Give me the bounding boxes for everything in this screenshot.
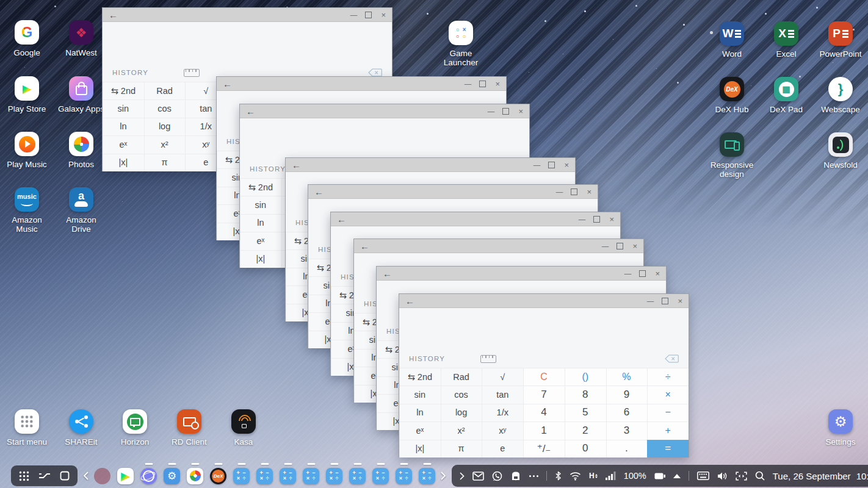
maximize-button[interactable] [502,108,509,115]
minimize-button[interactable]: – [350,10,358,20]
key-abs[interactable]: |x| [240,250,281,268]
window-titlebar[interactable]: ←–× [354,239,643,253]
taskbar-app-calculator[interactable]: + −× ÷ [396,468,412,484]
key-divide[interactable]: ÷ [647,368,689,386]
minimize-button[interactable]: – [647,296,654,306]
window-titlebar[interactable]: ←–× [308,185,598,199]
minimize-button[interactable]: – [465,79,472,88]
maximize-button[interactable] [479,81,486,87]
close-button[interactable]: × [564,160,569,170]
key-6[interactable]: 6 [606,404,648,422]
key-subtract[interactable]: − [647,404,689,422]
key-log[interactable]: log [441,404,482,422]
window-titlebar[interactable]: ←–× [286,158,575,172]
search-icon[interactable] [755,471,765,481]
unit-converter-icon[interactable] [480,355,496,363]
volume-icon[interactable] [717,472,728,481]
screen-capture-icon[interactable] [736,472,747,481]
taskbar-app-calculator[interactable]: + −× ÷ [419,468,435,484]
key-sin[interactable]: sin [103,99,144,117]
close-button[interactable]: × [587,187,591,196]
close-button[interactable]: × [655,269,660,278]
taskbar-app-calculator[interactable]: + −× ÷ [280,468,296,484]
key-9[interactable]: 9 [606,386,648,403]
window-titlebar[interactable]: ←–× [399,294,689,308]
back-icon[interactable]: ← [405,296,414,306]
taskbar-app-calculator[interactable]: + −× ÷ [233,468,250,484]
maximize-button[interactable] [365,12,372,18]
key-abs[interactable]: |x| [399,440,441,458]
minimize-button[interactable]: – [488,107,495,116]
key-exp[interactable]: eˣ [240,232,281,249]
backspace-icon[interactable] [665,354,679,363]
history-button[interactable]: HISTORY [250,165,286,173]
maximize-button[interactable] [548,162,555,168]
key-sin[interactable]: sin [240,196,281,214]
chevron-right-icon[interactable] [441,472,446,480]
close-button[interactable]: × [632,242,637,251]
key-exp[interactable]: eˣ [399,422,441,439]
maximize-button[interactable] [662,298,668,304]
taskbar-app-play-store[interactable]: ▶ [117,468,134,484]
key-pi[interactable]: π [441,440,482,458]
key-power[interactable]: xʸ [482,422,523,439]
key-ln[interactable]: ln [399,404,441,422]
taskbar-app-internet[interactable] [140,468,157,484]
taskbar-app-calculator[interactable]: + −× ÷ [256,468,273,484]
desktop-mode-icon[interactable] [60,471,70,481]
history-button[interactable]: HISTORY [112,69,148,76]
window-titlebar[interactable]: ←–× [331,212,620,226]
back-icon[interactable]: ← [109,10,118,20]
key-second[interactable]: ⇆ 2nd [103,82,144,99]
close-button[interactable]: × [678,296,682,306]
key-tan[interactable]: tan [482,386,523,403]
key-e[interactable]: e [482,440,523,458]
key-clear[interactable]: C [523,368,565,386]
window-titlebar[interactable]: ←–× [103,8,392,22]
back-icon[interactable]: ← [246,107,255,116]
close-button[interactable]: × [518,107,523,116]
minimize-button[interactable]: – [624,269,632,278]
key-plusminus[interactable]: ⁺/₋ [523,440,565,458]
key-parentheses[interactable]: () [565,368,606,386]
close-button[interactable]: × [381,10,386,20]
back-icon[interactable]: ← [383,269,392,278]
taskbar-app-dex-hub-small[interactable]: DeX [210,468,226,484]
taskbar-app-calculator[interactable]: + −× ÷ [372,468,389,484]
taskbar-app-calculator[interactable]: + −× ÷ [326,468,342,484]
gmail-icon[interactable] [472,472,484,481]
window-titlebar[interactable]: ←–× [240,104,529,118]
unit-converter-icon[interactable] [184,69,200,77]
key-sin[interactable]: sin [399,386,441,403]
key-abs[interactable]: |x| [103,154,144,171]
taskbar-clock[interactable]: Tue, 26 September 10:17 [773,471,868,481]
caret-up-icon[interactable] [673,474,681,478]
taskbar-app-gallery[interactable] [187,468,203,484]
taskbar-app-faded-app[interactable] [94,468,110,484]
key-cos[interactable]: cos [144,99,186,117]
taskbar-app-settings-gear[interactable]: ⚙ [164,468,180,484]
back-icon[interactable]: ← [337,215,346,224]
key-multiply[interactable]: × [647,386,689,403]
back-icon[interactable]: ← [314,187,324,196]
key-rad[interactable]: Rad [144,82,186,99]
key-exp[interactable]: eˣ [103,135,144,153]
maximize-button[interactable] [639,270,646,277]
window-titlebar[interactable]: ←–× [377,267,666,281]
minimize-button[interactable]: – [579,215,586,224]
key-1[interactable]: 1 [523,422,565,439]
key-second[interactable]: ⇆ 2nd [399,368,441,386]
maximize-button[interactable] [593,216,600,223]
key-percent[interactable]: % [606,368,648,386]
back-icon[interactable]: ← [223,79,232,88]
wifi-icon[interactable] [570,472,581,481]
key-add[interactable]: + [647,422,689,439]
close-button[interactable]: × [495,79,500,88]
key-second[interactable]: ⇆ 2nd [240,178,281,196]
key-square[interactable]: x² [144,135,186,153]
key-decimal[interactable]: . [606,440,648,458]
key-square[interactable]: x² [441,422,482,439]
back-icon[interactable]: ← [360,242,369,251]
key-4[interactable]: 4 [523,404,565,422]
bluetooth-icon[interactable] [555,471,562,481]
